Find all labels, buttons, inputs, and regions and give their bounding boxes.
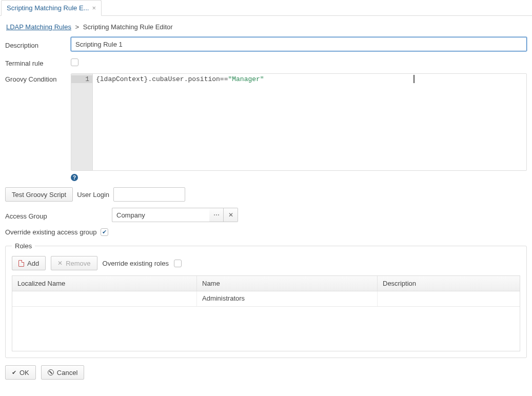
cell-localized: [12, 291, 197, 306]
cell-name: Administrators: [197, 291, 378, 306]
line-number: 1: [71, 75, 92, 83]
editor-code[interactable]: {ldapContext}.cubaUser.position=="Manage…: [93, 74, 526, 170]
code-string: "Manager": [228, 75, 264, 83]
th-description[interactable]: Description: [378, 276, 520, 291]
user-login-input[interactable]: [113, 187, 185, 202]
override-roles-checkbox[interactable]: [174, 260, 182, 267]
override-access-checkbox[interactable]: [101, 228, 108, 236]
description-label: Description: [5, 39, 67, 49]
roles-legend: Roles: [12, 242, 35, 250]
breadcrumb-separator: >: [75, 23, 80, 31]
ok-button[interactable]: OK: [5, 365, 36, 380]
add-button[interactable]: Add: [12, 256, 46, 270]
tab-title: Scripting Matching Rule E...: [7, 4, 89, 12]
lookup-icon[interactable]: ⋯: [209, 208, 224, 222]
override-roles-label: Override existing roles: [103, 260, 169, 267]
tab-scripting-rule[interactable]: Scripting Matching Rule E... ×: [1, 0, 102, 16]
add-label: Add: [27, 260, 39, 267]
terminal-rule-checkbox[interactable]: [71, 58, 78, 66]
test-groovy-button[interactable]: Test Groovy Script: [5, 187, 73, 202]
cancel-button[interactable]: Cancel: [41, 365, 84, 380]
th-localized[interactable]: Localized Name: [12, 276, 197, 291]
table-header: Localized Name Name Description: [12, 276, 520, 291]
cancel-label: Cancel: [57, 369, 77, 377]
terminal-rule-label: Terminal rule: [5, 57, 67, 67]
breadcrumb-parent[interactable]: LDAP Matching Rules: [6, 23, 71, 31]
help-icon[interactable]: ?: [71, 174, 78, 181]
document-icon: [18, 260, 24, 267]
close-icon[interactable]: ×: [92, 4, 96, 12]
test-groovy-label: Test Groovy Script: [12, 191, 66, 199]
remove-button[interactable]: ✕ Remove: [51, 256, 97, 270]
table-row[interactable]: Administrators: [12, 291, 520, 307]
breadcrumb-current: Scripting Matching Rule Editor: [83, 23, 173, 31]
editor-cursor: [413, 75, 415, 83]
clear-icon[interactable]: ✕: [224, 208, 238, 222]
breadcrumb: LDAP Matching Rules > Scripting Matching…: [6, 23, 527, 31]
remove-label: Remove: [66, 260, 90, 267]
cancel-icon: [48, 369, 54, 375]
table-empty-area: [12, 307, 520, 351]
ok-label: OK: [19, 369, 29, 377]
user-login-label: User Login: [77, 191, 109, 199]
access-group-label: Access Group: [5, 210, 108, 220]
description-input[interactable]: [71, 37, 527, 51]
access-group-input[interactable]: [112, 208, 209, 222]
check-icon: [12, 369, 16, 376]
access-group-picker: ⋯ ✕: [112, 208, 238, 222]
groovy-editor[interactable]: 1 {ldapContext}.cubaUser.position=="Mana…: [71, 73, 527, 171]
remove-icon: ✕: [57, 260, 63, 267]
cell-description: [378, 291, 520, 306]
editor-gutter: 1: [71, 74, 93, 170]
override-access-label: Override existing access group: [5, 228, 96, 236]
roles-table: Localized Name Name Description Administ…: [12, 275, 520, 351]
code-plain: {ldapContext}.cubaUser.position==: [96, 75, 228, 83]
roles-fieldset: Roles Add ✕ Remove Override existing rol…: [5, 242, 527, 358]
th-name[interactable]: Name: [197, 276, 378, 291]
groovy-condition-label: Groovy Condition: [5, 73, 67, 83]
tab-bar: Scripting Matching Rule E... ×: [0, 0, 532, 16]
